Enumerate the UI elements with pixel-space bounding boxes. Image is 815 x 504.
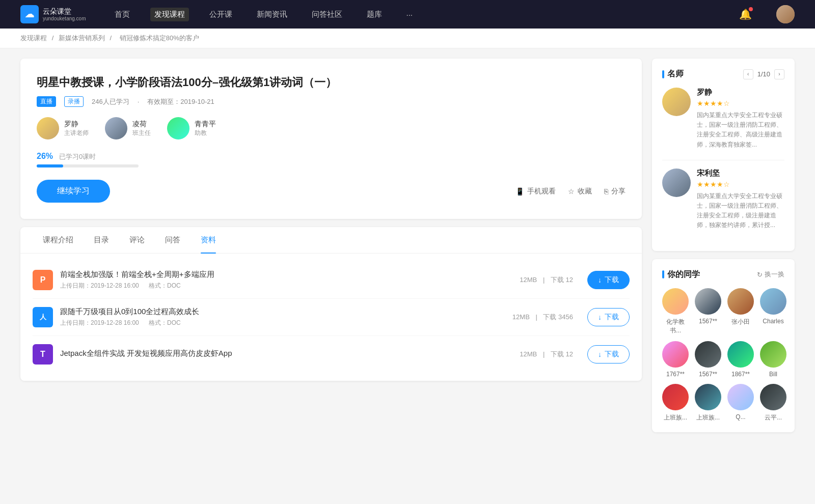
classmate-name-4: Charles [763, 318, 783, 325]
file-info-3: Jetpack全组件实战 开发短视频应用高仿皮皮虾App [60, 349, 505, 360]
tag-record: 录播 [64, 96, 84, 107]
classmate-name-1: 化学教书... [662, 318, 689, 335]
continue-button[interactable]: 继续学习 [37, 180, 110, 203]
meta-separator: · [138, 98, 140, 105]
file-item-1: P 前端全栈加强版！前端全栈+全周期+多端应用 上传日期：2019-12-28 … [33, 262, 630, 299]
breadcrumb-link-1[interactable]: 发现课程 [20, 34, 47, 42]
breadcrumb-link-2[interactable]: 新媒体营销系列 [59, 34, 105, 42]
notification-bell[interactable]: 🔔 [739, 8, 752, 20]
classmate-1[interactable]: 化学教书... [662, 288, 689, 335]
teachers-sidebar-title: 名师 [662, 69, 684, 79]
classmate-8[interactable]: Bill [760, 341, 786, 378]
sidebar-teacher-stars-1: ★★★★☆ [697, 99, 784, 107]
classmate-2[interactable]: 1567** [695, 288, 721, 335]
action-collect[interactable]: ☆ 收藏 [568, 187, 592, 196]
classmates-card: 你的同学 ↻ 换一换 化学教书... 1567** 张小田 [652, 259, 795, 432]
share-label: 分享 [611, 187, 626, 196]
teacher-avatar-1 [37, 117, 59, 139]
classmate-9[interactable]: 上班族... [662, 384, 689, 422]
classmate-avatar-11 [727, 384, 754, 410]
classmate-avatar-5 [662, 341, 689, 368]
nav-news[interactable]: 新闻资讯 [253, 8, 291, 21]
file-icon-1: P [33, 270, 53, 290]
file-item-2: 人 跟随千万级项目从0到100全过程高效成长 上传日期：2019-12-28 1… [33, 299, 630, 336]
nav-public[interactable]: 公开课 [205, 8, 236, 21]
classmate-name-9: 上班族... [664, 413, 687, 422]
download-icon-2: ↓ [598, 313, 602, 321]
nav-discover[interactable]: 发现课程 [150, 8, 189, 21]
sidebar-teacher-desc-2: 国内某重点大学安全工程专业硕士，国家一级注册消防工程师、注册安全工程师，级注册建… [697, 191, 784, 231]
teacher-role-2: 班主任 [132, 129, 151, 137]
collect-icon: ☆ [568, 187, 575, 195]
classmate-6[interactable]: 1567** [695, 341, 721, 378]
page-prev-btn[interactable]: ‹ [743, 69, 753, 79]
teacher-item-3: 青青平 助教 [167, 117, 216, 139]
teacher-role-1: 主讲老师 [64, 129, 89, 137]
tabs-body: P 前端全栈加强版！前端全栈+全周期+多端应用 上传日期：2019-12-28 … [20, 254, 642, 381]
download-button-2[interactable]: ↓ 下载 [587, 308, 630, 326]
action-share[interactable]: ⎘ 分享 [604, 187, 626, 196]
content-area: 明星中教授课，小学阶段语法100分–强化级第1讲动词（一） 直播 录播 246人… [20, 59, 642, 440]
download-button-1[interactable]: ↓ 下载 [587, 271, 630, 289]
classmate-3[interactable]: 张小田 [727, 288, 754, 335]
classmate-10[interactable]: 上班族... [695, 384, 721, 422]
tab-review[interactable]: 评论 [119, 227, 155, 253]
teacher-name-3: 青青平 [195, 120, 216, 129]
notification-dot [749, 7, 753, 11]
classmate-name-3: 张小田 [731, 318, 750, 326]
classmate-7[interactable]: 1867** [727, 341, 754, 378]
sidebar-teacher-1: 罗静 ★★★★☆ 国内某重点大学安全工程专业硕士，国家一级注册消防工程师、注册安… [662, 88, 784, 150]
download-icon-3: ↓ [598, 350, 602, 358]
tab-materials[interactable]: 资料 [191, 227, 226, 253]
refresh-label: 换一换 [765, 270, 784, 279]
page-next-btn[interactable]: › [774, 69, 784, 79]
nav-more[interactable]: ··· [402, 8, 417, 21]
classmate-avatar-12 [760, 384, 786, 410]
file-item-3: T Jetpack全组件实战 开发短视频应用高仿皮皮虾App 12MB | 下载… [33, 336, 630, 373]
teacher-item-2: 凌荷 班主任 [105, 117, 151, 139]
user-avatar[interactable] [776, 5, 795, 23]
teacher-avatar-2 [105, 117, 127, 139]
classmate-avatar-2 [695, 288, 721, 315]
download-button-3[interactable]: ↓ 下载 [587, 345, 630, 363]
nav-home[interactable]: 首页 [111, 8, 134, 21]
teachers-list: 罗静 主讲老师 凌荷 班主任 青青平 助教 [37, 117, 626, 139]
classmate-name-7: 1867** [731, 371, 750, 378]
file-icon-3: T [33, 344, 53, 365]
logo[interactable]: ☁ 云朵课堂 yundouketang.com [20, 5, 86, 23]
tabs-card: 课程介绍 目录 评论 问答 资料 P 前端全栈加强版！前端全栈+全周期+多端应用… [20, 227, 642, 381]
file-name-1: 前端全栈加强版！前端全栈+全周期+多端应用 [60, 270, 505, 279]
teacher-name-2: 凌荷 [132, 120, 151, 129]
teachers-sidebar-card: 名师 ‹ 1/10 › 罗静 ★★★★☆ 国内某重点大学安全工程专业硕士，国家一… [652, 59, 795, 251]
classmate-4[interactable]: Charles [760, 288, 786, 335]
file-stats-2: 12MB | 下载 3456 [510, 313, 575, 322]
classmate-5[interactable]: 1767** [662, 341, 689, 378]
classmate-name-6: 1567** [699, 371, 717, 378]
classmate-name-12: 云平... [765, 413, 782, 422]
file-info-1: 前端全栈加强版！前端全栈+全周期+多端应用 上传日期：2019-12-28 16… [60, 270, 505, 290]
classmate-avatar-6 [695, 341, 721, 368]
action-mobile[interactable]: 📱 手机观看 [515, 187, 556, 196]
teacher-name-1: 罗静 [64, 120, 89, 129]
classmate-avatar-3 [727, 288, 754, 315]
classmate-12[interactable]: 云平... [760, 384, 786, 422]
classmates-header: 你的同学 ↻ 换一换 [662, 269, 784, 280]
refresh-button[interactable]: ↻ 换一换 [757, 270, 784, 279]
mobile-label: 手机观看 [527, 187, 556, 196]
tab-qa[interactable]: 问答 [155, 227, 191, 253]
progress-percent: 26% [37, 152, 53, 160]
nav-qa[interactable]: 问答社区 [308, 8, 346, 21]
classmate-name-11: Q... [736, 413, 745, 421]
course-meta: 直播 录播 246人已学习 · 有效期至：2019-10-21 [37, 96, 626, 107]
nav-quiz[interactable]: 题库 [363, 8, 386, 21]
share-icon: ⎘ [604, 187, 608, 195]
logo-subtitle: yundouketang.com [43, 16, 86, 21]
classmates-grid: 化学教书... 1567** 张小田 Charles 1767** [662, 288, 784, 422]
tab-intro[interactable]: 课程介绍 [33, 227, 84, 253]
classmate-11[interactable]: Q... [727, 384, 754, 422]
file-name-3: Jetpack全组件实战 开发短视频应用高仿皮皮虾App [60, 349, 505, 358]
tab-catalog[interactable]: 目录 [84, 227, 119, 253]
teacher-info-1: 罗静 主讲老师 [64, 120, 89, 137]
teacher-divider [662, 160, 784, 160]
navbar: ☁ 云朵课堂 yundouketang.com 首页 发现课程 公开课 新闻资讯… [0, 0, 815, 29]
